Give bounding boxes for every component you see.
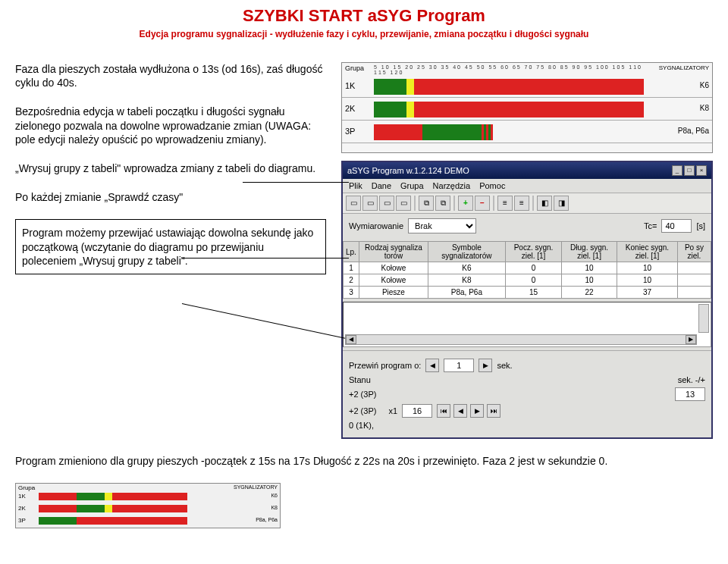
- text-block-4: Po każdej zmianie „Sprawdź czasy": [15, 190, 326, 204]
- toolbar-minus-icon[interactable]: −: [475, 196, 490, 211]
- th-rodzaj: Rodzaj sygnaliza torów: [359, 242, 428, 262]
- table-row: 3 Piesze P8a, P6a 15 22 37: [344, 287, 711, 299]
- scroll-right-icon[interactable]: ▶: [686, 335, 696, 344]
- przewin-input[interactable]: [444, 359, 474, 372]
- wymiarowanie-select[interactable]: Brak: [408, 218, 476, 233]
- przewin-label: Przewiń program o:: [349, 361, 421, 370]
- zero-1k: 0 (1K),: [349, 421, 374, 430]
- toolbar-btn-2[interactable]: ▭: [362, 196, 378, 211]
- przewin-next-icon[interactable]: ▶: [479, 359, 492, 372]
- x1-input[interactable]: [402, 404, 432, 418]
- x1-label: x1: [388, 406, 397, 415]
- przewin-unit: sek.: [497, 361, 512, 370]
- text-block-1: Faza dla pieszych została wydłużona o 13…: [15, 62, 326, 89]
- menu-dane[interactable]: Dane: [372, 181, 391, 190]
- przewin-prev-icon[interactable]: ◀: [425, 359, 439, 372]
- diagram-bottom-row-3p: 3P: [18, 517, 26, 524]
- toolbar-btn-1[interactable]: ▭: [346, 196, 361, 211]
- th-koniec: Koniec sygn. ziel. [1]: [617, 242, 678, 262]
- page-title: SZYBKI START aSYG Program: [0, 6, 728, 26]
- menu-narzedzia[interactable]: Narzędzia: [433, 181, 471, 190]
- text-block-5: Program możemy przewijać ustawiając dowo…: [15, 219, 326, 274]
- diagram-bottom-grupa: Grupa: [18, 484, 35, 491]
- toolbar-btn-9[interactable]: ≡: [497, 196, 513, 211]
- row-sygn-1k: K6: [700, 81, 709, 89]
- left-column: Faza dla pieszych została wydłużona o 13…: [15, 62, 341, 439]
- tc-unit: [s]: [696, 221, 705, 230]
- diagram-ticks: 5 10 15 20 25 30 35 40 45 50 55 60 65 70…: [374, 64, 644, 75]
- sek-input[interactable]: [675, 387, 705, 401]
- toolbar-btn-11[interactable]: ◧: [537, 196, 552, 211]
- plus2-3p-b: +2 (3P): [349, 406, 376, 415]
- text-block-2: Bezpośrednia edycja w tabeli początku i …: [15, 105, 326, 146]
- titlebar: aSYG Program w.1.2.124 DEMO _ □ ×: [343, 162, 711, 179]
- th-symbole: Symbole sygnalizatorów: [428, 242, 505, 262]
- v-scrollbar[interactable]: [698, 304, 709, 333]
- toolbar: ▭ ▭ ▭ ▭ ⧉ ⧉ + − ≡ ≡ ◧ ◨: [343, 193, 711, 214]
- toolbar-plus-icon[interactable]: +: [458, 196, 473, 211]
- wymiarowanie-row: Wymiarowanie Brak Tc= [s]: [343, 214, 711, 238]
- toolbar-btn-10[interactable]: ≡: [514, 196, 529, 211]
- diagram-bottom-row-1k: 1K: [18, 493, 26, 500]
- toolbar-btn-12[interactable]: ◨: [554, 196, 569, 211]
- row-label-1k: 1K: [345, 81, 355, 90]
- window-title: aSYG Program w.1.2.124 DEMO: [347, 166, 469, 175]
- minimize-button[interactable]: _: [672, 165, 682, 176]
- th-lp: Lp.: [344, 242, 359, 262]
- scroll-left-icon[interactable]: ◀: [346, 335, 356, 344]
- text-block-3: „Wrysuj grupy z tabeli" wprowadza zmiany…: [15, 161, 326, 175]
- sek-label: sek. -/+: [678, 375, 705, 384]
- bottom-text: Program zmieniono dla grupy pieszych -po…: [15, 454, 713, 468]
- maximize-button[interactable]: □: [684, 165, 695, 176]
- signal-diagram-top: Grupa 5 10 15 20 25 30 35 40 45 50 55 60…: [341, 62, 713, 153]
- diagram-header-sygn: SYGNALIZATORY: [659, 64, 709, 71]
- nav-last-icon[interactable]: ⏭: [487, 404, 500, 418]
- diagram-row-2k: 2K K8: [342, 99, 712, 121]
- table-row: 1 Kołowe K6 0 10 10: [344, 262, 711, 274]
- menu-pomoc[interactable]: Pomoc: [479, 181, 505, 190]
- row-label-3p: 3P: [345, 127, 355, 136]
- diagram-bottom-sygn: SYGNALIZATORY: [234, 484, 278, 490]
- scroll-area[interactable]: ◀ ▶: [343, 302, 711, 347]
- menu-grupa[interactable]: Grupa: [400, 181, 424, 190]
- diagram-bottom-row-2k: 2K: [18, 505, 26, 512]
- diagram-header-grupa: Grupa: [345, 64, 364, 72]
- signal-table: Lp. Rodzaj sygnaliza torów Symbole sygna…: [343, 241, 711, 299]
- diagram-row-3p: 3P P8a, P6a: [342, 122, 712, 143]
- page-subtitle: Edycja programu sygnalizacji - wydłużeni…: [0, 29, 728, 39]
- bottom-section: Przewiń program o: ◀ ▶ sek. Stanu sek. -…: [343, 350, 711, 437]
- th-po: Po sy ziel.: [677, 242, 711, 262]
- th-pocz: Pocz. sygn. ziel. [1]: [505, 242, 561, 262]
- nav-first-icon[interactable]: ⏮: [437, 404, 450, 418]
- menu-plik[interactable]: Plik: [349, 181, 362, 190]
- menubar: Plik Dane Grupa Narzędzia Pomoc: [343, 179, 711, 193]
- plus2-3p-a: +2 (3P): [349, 390, 376, 399]
- signal-diagram-bottom: Grupa SYGNALIZATORY 1K K6 2K K8 3P P8a, …: [15, 483, 281, 528]
- row-sygn-3p: P8a, P6a: [678, 127, 709, 135]
- app-window: aSYG Program w.1.2.124 DEMO _ □ × Plik D…: [341, 161, 713, 439]
- close-button[interactable]: ×: [696, 165, 707, 176]
- nav-next-icon[interactable]: ▶: [470, 404, 484, 418]
- row-sygn-2k: K8: [700, 104, 709, 112]
- table-row: 2 Kołowe K8 0 10 10: [344, 274, 711, 287]
- toolbar-btn-3[interactable]: ▭: [379, 196, 394, 211]
- stanu-label: Stanu: [349, 375, 371, 384]
- right-column: Grupa 5 10 15 20 25 30 35 40 45 50 55 60…: [341, 62, 713, 439]
- h-scrollbar[interactable]: ◀ ▶: [345, 334, 697, 345]
- toolbar-btn-4[interactable]: ▭: [396, 196, 411, 211]
- wymiarowanie-label: Wymiarowanie: [349, 221, 403, 230]
- tc-label: Tc=: [644, 221, 657, 230]
- th-dlug: Dług. sygn. ziel. [1]: [562, 242, 617, 262]
- tc-input[interactable]: [661, 219, 692, 233]
- toolbar-btn-6[interactable]: ⧉: [435, 196, 450, 211]
- diagram-row-1k: 1K K6: [342, 77, 712, 98]
- row-label-2k: 2K: [345, 104, 355, 113]
- toolbar-btn-5[interactable]: ⧉: [419, 196, 434, 211]
- nav-prev-icon[interactable]: ◀: [453, 404, 467, 418]
